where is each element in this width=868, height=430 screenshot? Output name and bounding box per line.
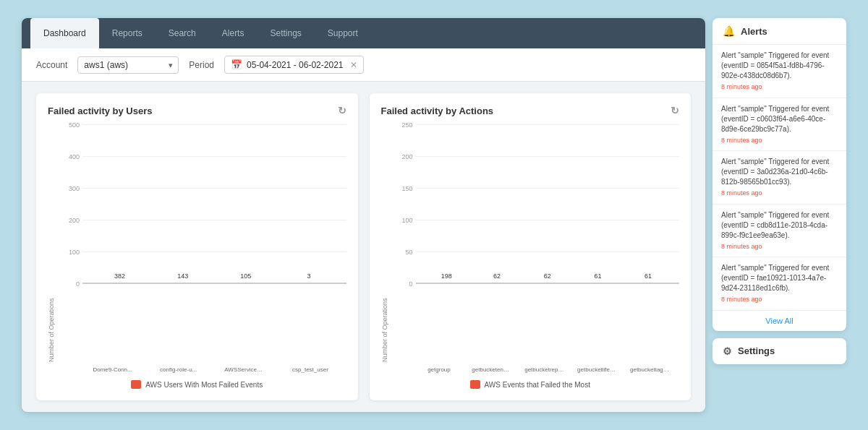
bar-value-actions-3: 61	[594, 272, 601, 280]
alert-text-1: Alert "sample" Triggered for event (even…	[721, 104, 838, 134]
alert-item-1: Alert "sample" Triggered for event (even…	[712, 98, 846, 152]
filter-bar: Account aws1 (aws) Period 📅 05-04-2021 -…	[22, 48, 705, 82]
content-area: Failed activity by Users ↻ Number of Ope…	[22, 82, 705, 412]
bar-group-actions-3: 61	[584, 272, 610, 283]
bar-group-actions-0: 198	[433, 272, 459, 283]
alert-text-3: Alert "sample" Triggered for event (even…	[721, 210, 838, 241]
alert-list: Alert "sample" Triggered for event (even…	[712, 45, 846, 310]
chart-actions-card: Failed activity by Actions ↻ Number of O…	[370, 93, 692, 400]
bar-group-users-2: 105	[231, 272, 261, 283]
alert-time-0: 8 minutes ago	[721, 82, 838, 92]
period-input[interactable]: 📅 05-04-2021 - 06-02-2021 ✕	[224, 56, 364, 74]
bar-group-actions-4: 61	[635, 272, 661, 283]
bar-group-actions-2: 62	[535, 272, 561, 283]
alert-item-3: Alert "sample" Triggered for event (even…	[712, 205, 846, 258]
alert-item-4: Alert "sample" Triggered for event (even…	[712, 257, 846, 310]
account-select[interactable]: aws1 (aws)	[77, 56, 179, 74]
x-labels-users: Dome9-Conn... config-role-u... AWSServic…	[77, 366, 346, 373]
x-label-users-1: config-role-u...	[158, 366, 198, 373]
chart-users-card: Failed activity by Users ↻ Number of Ope…	[36, 93, 358, 400]
alert-time-2: 8 minutes ago	[721, 189, 838, 198]
bar-group-users-1: 143	[168, 272, 198, 283]
alerts-card-header: 🔔 Alerts	[712, 18, 846, 45]
bars-users: 382 143 105	[82, 125, 346, 284]
nav-tab-reports[interactable]: Reports	[99, 18, 156, 48]
x-label-actions-3: getbucketlifecycle	[577, 366, 617, 373]
bar-value-users-3: 3	[307, 272, 310, 280]
alert-time-3: 8 minutes ago	[721, 242, 838, 251]
legend-swatch-users	[131, 380, 141, 389]
bar-group-users-3: 3	[294, 272, 324, 283]
settings-card-header: ⚙ Settings	[712, 338, 846, 364]
view-all-link[interactable]: View All	[712, 310, 846, 331]
nav-tab-settings[interactable]: Settings	[257, 18, 314, 48]
bar-value-actions-0: 198	[441, 272, 452, 280]
chart-actions-body: 250 200 150 100 50 0 198	[393, 125, 680, 284]
alerts-card: 🔔 Alerts Alert "sample" Triggered for ev…	[712, 18, 846, 331]
x-label-users-2: AWSServiceRo...	[224, 366, 264, 373]
settings-title: Settings	[738, 345, 775, 356]
alert-text-0: Alert "sample" Triggered for event (even…	[721, 51, 838, 81]
bar-value-actions-2: 62	[544, 272, 551, 280]
period-label: Period	[189, 60, 214, 70]
bars-actions: 198 62 62 6	[416, 125, 680, 284]
alerts-header-icon: 🔔	[723, 25, 735, 37]
nav-tab-alerts[interactable]: Alerts	[209, 18, 258, 48]
settings-header-icon: ⚙	[723, 345, 732, 357]
alert-text-2: Alert "sample" Triggered for event (even…	[721, 157, 838, 187]
nav-tab-support[interactable]: Support	[315, 18, 371, 48]
legend-label-users: AWS Users With Most Failed Events	[145, 381, 263, 389]
chart-users-title: Failed activity by Users ↻	[48, 105, 346, 116]
legend-label-actions: AWS Events that Failed the Most	[485, 381, 590, 389]
bar-value-actions-1: 62	[493, 272, 501, 280]
alert-text-4: Alert "sample" Triggered for event (even…	[721, 263, 838, 293]
chart-users-area: Number of Operations 500 400 300 200 100…	[48, 125, 346, 362]
alert-item-0: Alert "sample" Triggered for event (even…	[712, 45, 846, 98]
settings-card: ⚙ Settings	[712, 338, 846, 364]
bar-value-users-2: 105	[240, 272, 251, 280]
x-label-users-3: csp_test_user	[290, 366, 330, 373]
x-labels-actions: getgroup getbucketencryption getbucketre…	[410, 366, 680, 373]
x-label-actions-4: getbuckettagging	[630, 366, 670, 373]
period-clear-button[interactable]: ✕	[350, 60, 357, 70]
nav-tab-dashboard[interactable]: Dashboard	[30, 18, 99, 48]
nav-bar: Dashboard Reports Search Alerts Settings…	[22, 18, 705, 48]
x-label-users-0: Dome9-Conn...	[93, 366, 132, 373]
refresh-users-icon[interactable]: ↻	[338, 105, 346, 116]
calendar-icon: 📅	[231, 59, 242, 70]
alerts-title: Alerts	[741, 26, 767, 37]
chart-users-body: 500 400 300 200 100 0 382	[59, 125, 346, 284]
chart-actions-area: Number of Operations 250 200 150 100 50 …	[381, 125, 680, 362]
bar-group-actions-1: 62	[484, 272, 510, 283]
bar-value-users-0: 382	[114, 272, 125, 280]
x-label-actions-0: getgroup	[419, 366, 459, 373]
bar-value-users-1: 143	[177, 272, 188, 280]
bar-value-actions-4: 61	[644, 272, 652, 280]
chart-actions-title: Failed activity by Actions ↻	[381, 105, 680, 116]
y-axis-label-users: Number of Operations	[48, 125, 55, 362]
account-select-wrapper: aws1 (aws)	[77, 56, 179, 74]
x-label-actions-1: getbucketencryption	[472, 366, 511, 373]
account-label: Account	[36, 60, 67, 70]
y-axis-label-actions: Number of Operations	[381, 125, 388, 362]
alert-time-4: 8 minutes ago	[721, 295, 838, 304]
chart-users-legend: AWS Users With Most Failed Events	[48, 380, 346, 389]
nav-tab-search[interactable]: Search	[156, 18, 209, 48]
legend-swatch-actions	[470, 380, 480, 389]
x-label-actions-2: getbucketreplication	[524, 366, 564, 373]
side-panel: 🔔 Alerts Alert "sample" Triggered for ev…	[712, 18, 846, 412]
chart-actions-legend: AWS Events that Failed the Most	[381, 380, 680, 389]
period-value: 05-04-2021 - 06-02-2021	[247, 60, 343, 70]
alert-time-1: 8 minutes ago	[721, 136, 838, 145]
refresh-actions-icon[interactable]: ↻	[671, 105, 679, 116]
bar-group-users-0: 382	[105, 272, 135, 283]
alert-item-2: Alert "sample" Triggered for event (even…	[712, 151, 846, 205]
